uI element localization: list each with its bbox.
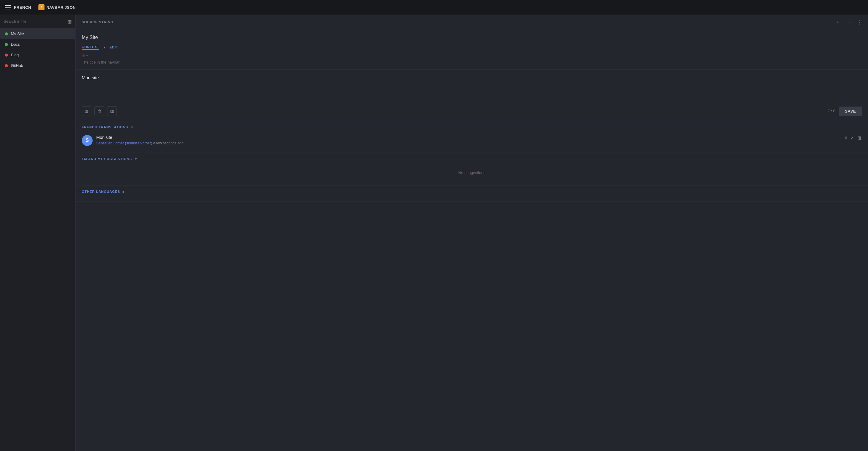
sidebar-item-github[interactable]: GitHub — [0, 60, 75, 71]
editor-tools: ▦ 🗑 ▦ — [82, 106, 117, 116]
sidebar-item-label: GitHub — [11, 63, 23, 68]
french-translations-label: FRENCH TRANSLATIONS — [82, 125, 128, 129]
editor-right: 7 • 8 SAVE — [828, 107, 862, 116]
right-panel: SOURCE STRING ← → ⋮ My Site CONTEXT ▼ ED… — [76, 14, 868, 451]
tab-edit[interactable]: EDIT — [110, 45, 118, 50]
sidebar: ▦ My Site Docs Blog GitHub — [0, 14, 76, 451]
french-translations-header[interactable]: FRENCH TRANSLATIONS ▼ — [82, 125, 862, 129]
sidebar-item-docs[interactable]: Docs — [0, 39, 75, 50]
prev-arrow-button[interactable]: ← — [835, 18, 842, 26]
status-dot-green — [5, 32, 8, 35]
sidebar-items: My Site Docs Blog GitHub — [0, 28, 75, 451]
tab-context[interactable]: CONTEXT — [82, 44, 99, 50]
sidebar-item-label: My Site — [11, 31, 24, 36]
tm-mt-suggestions-header[interactable]: TM AND MT SUGGESTIONS ▼ — [82, 157, 862, 161]
tab-context-chevron-icon: ▼ — [103, 46, 106, 49]
entry-actions: 0 ✓ 🗑 — [845, 135, 862, 141]
translation-input[interactable]: Mon site — [82, 74, 862, 102]
source-string-header: SOURCE STRING ← → ⋮ — [76, 14, 868, 30]
history-button[interactable]: ▦ — [107, 106, 117, 116]
main-layout: ▦ My Site Docs Blog GitHub SOURCE — [0, 14, 868, 451]
no-suggestions-text: No suggestions — [82, 164, 862, 181]
context-key-text: title — [82, 54, 862, 58]
search-input[interactable] — [4, 19, 65, 24]
other-languages-label: OTHER LANGUAGES — [82, 190, 120, 193]
save-button[interactable]: SAVE — [839, 107, 862, 116]
sidebar-item-label: Docs — [11, 42, 20, 47]
entry-meta: Sébastien Lorber (sebastienlorber) a few… — [96, 141, 841, 145]
other-languages-header[interactable]: OTHER LANGUAGES ▶ — [82, 190, 862, 193]
tabs-row: CONTEXT ▼ EDIT — [82, 44, 862, 50]
approve-icon[interactable]: ✓ — [850, 135, 854, 141]
sidebar-item-blog[interactable]: Blog — [0, 50, 75, 60]
char-count-text: 7 • 8 — [828, 109, 835, 113]
filter-icon[interactable]: ▦ — [68, 19, 72, 24]
author-link[interactable]: Sébastien Lorber (sebastienlorber) — [96, 141, 152, 145]
other-languages-chevron-icon: ▶ — [123, 190, 125, 193]
search-bar: ▦ — [0, 14, 75, 28]
tm-mt-label: TM AND MT SUGGESTIONS — [82, 157, 132, 161]
source-content: My Site CONTEXT ▼ EDIT title The title i… — [76, 30, 868, 70]
status-dot-green — [5, 43, 8, 46]
delete-button[interactable]: 🗑 — [94, 106, 104, 116]
status-dot-red — [5, 54, 8, 57]
entry-count: 0 — [845, 136, 847, 140]
translation-editor: Mon site ▦ 🗑 ▦ 7 • 8 SAVE — [76, 70, 868, 121]
sidebar-item-label: Blog — [11, 53, 19, 57]
file-icon: J — [38, 4, 44, 10]
entry-text: Mon site — [96, 135, 841, 140]
tm-mt-suggestions-section: TM AND MT SUGGESTIONS ▼ No suggestions — [76, 153, 868, 185]
tm-mt-chevron-icon: ▼ — [134, 157, 137, 161]
next-arrow-button[interactable]: → — [846, 18, 853, 26]
editor-footer: ▦ 🗑 ▦ 7 • 8 SAVE — [82, 106, 862, 116]
header-actions: ← → ⋮ — [835, 18, 862, 26]
file-name-label: NAVBAR.JSON — [46, 5, 76, 10]
top-nav: FRENCH › J NAVBAR.JSON — [0, 0, 868, 14]
delete-entry-icon[interactable]: 🗑 — [857, 135, 862, 141]
other-languages-section: OTHER LANGUAGES ▶ — [76, 185, 868, 202]
source-value-text: My Site — [82, 35, 862, 40]
status-dot-red — [5, 64, 8, 67]
nav-chevron-icon: › — [34, 5, 35, 9]
nav-file: J NAVBAR.JSON — [38, 4, 76, 10]
copy-source-button[interactable]: ▦ — [82, 106, 91, 116]
menu-button[interactable] — [5, 4, 11, 10]
translation-entry: S Mon site Sébastien Lorber (sebastienlo… — [82, 132, 862, 148]
french-translations-chevron-icon: ▼ — [130, 126, 133, 129]
source-string-label: SOURCE STRING — [82, 20, 114, 24]
avatar: S — [82, 135, 93, 146]
french-translations-section: FRENCH TRANSLATIONS ▼ S Mon site Sébasti… — [76, 121, 868, 153]
more-options-button[interactable]: ⋮ — [857, 19, 862, 25]
entry-timestamp: a few seconds ago — [153, 141, 183, 145]
sidebar-item-my-site[interactable]: My Site — [0, 28, 75, 39]
context-description-text: The title in the navbar — [82, 60, 862, 64]
brand-label: FRENCH — [14, 5, 31, 10]
entry-content: Mon site Sébastien Lorber (sebastienlorb… — [96, 135, 841, 145]
